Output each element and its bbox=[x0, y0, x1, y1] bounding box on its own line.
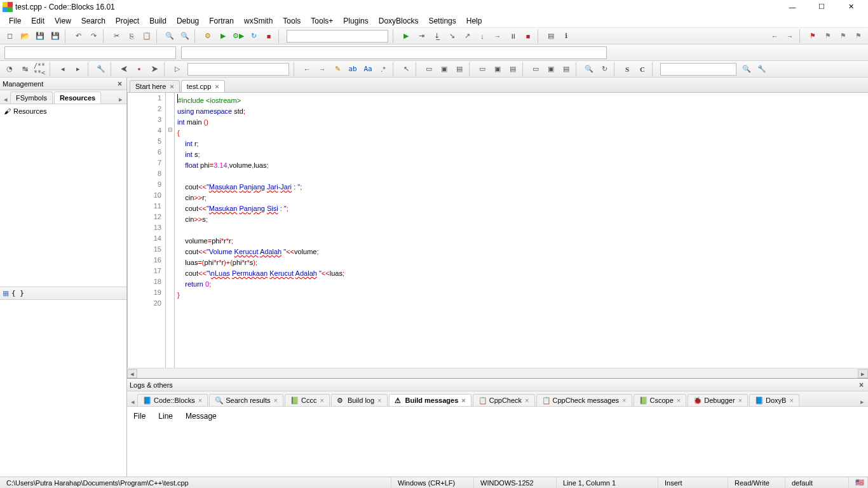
highlight-icon[interactable] bbox=[330, 62, 344, 76]
logs-tab-scroll-right-icon[interactable]: ▸ bbox=[858, 398, 867, 406]
tab-close-icon[interactable]: × bbox=[215, 83, 219, 90]
jump-fwd-icon[interactable]: ⮞ bbox=[147, 62, 161, 76]
run-to-cursor-icon[interactable]: ⇥ bbox=[414, 29, 428, 43]
clear-bookmarks-icon[interactable] bbox=[851, 29, 865, 43]
menu-edit[interactable]: Edit bbox=[26, 15, 50, 27]
log-tab-debugger[interactable]: 🐞Debugger× bbox=[688, 394, 748, 406]
menu-tools[interactable]: Tools+ bbox=[306, 15, 338, 27]
management-close-icon[interactable]: × bbox=[116, 79, 124, 88]
redo-icon[interactable] bbox=[86, 29, 100, 43]
menu-fortran[interactable]: Fortran bbox=[204, 15, 239, 27]
next-instr-icon[interactable]: ↓ bbox=[475, 29, 489, 43]
log-tab-cppcheckmessages[interactable]: 📋CppCheck messages× bbox=[536, 394, 632, 406]
search-dropdown[interactable] bbox=[660, 63, 736, 76]
bookmark-flag-icon[interactable] bbox=[806, 29, 820, 43]
close-button[interactable]: ✕ bbox=[836, 0, 865, 14]
log-tab-close-icon[interactable]: × bbox=[377, 396, 381, 404]
code-editor[interactable]: 1234567891011121314151617181920 ⊟ #inclu… bbox=[127, 93, 868, 368]
rect5-icon[interactable]: ▣ bbox=[491, 62, 505, 76]
menu-doxyblocks[interactable]: DoxyBlocks bbox=[374, 15, 424, 27]
run-icon[interactable] bbox=[216, 29, 230, 43]
jump-marker-icon[interactable] bbox=[132, 62, 146, 76]
scope-dropdown[interactable] bbox=[4, 46, 176, 59]
undo-icon[interactable] bbox=[71, 29, 85, 43]
next-line-icon[interactable]: ↓̲ bbox=[430, 29, 444, 43]
nav-fwd-icon[interactable] bbox=[783, 29, 797, 43]
step-out-icon[interactable]: ↗ bbox=[460, 29, 474, 43]
doc-back-icon[interactable]: ◂ bbox=[56, 62, 70, 76]
c-icon[interactable]: C bbox=[635, 62, 649, 76]
log-tab-close-icon[interactable]: × bbox=[198, 396, 202, 404]
zoom-icon[interactable] bbox=[582, 62, 596, 76]
rect1-icon[interactable] bbox=[422, 62, 436, 76]
step-into-icon[interactable]: ↘ bbox=[445, 29, 459, 43]
rect8-icon[interactable]: ▣ bbox=[544, 62, 558, 76]
settings2-icon[interactable]: 🔧 bbox=[755, 62, 769, 76]
log-tab-searchresults[interactable]: 🔍Search results× bbox=[209, 394, 283, 406]
rect3-icon[interactable]: ▤ bbox=[452, 62, 466, 76]
resources-tree[interactable]: 🖌 Resources bbox=[0, 104, 126, 287]
log-tab-buildlog[interactable]: ⚙Build log× bbox=[331, 394, 388, 406]
status-lang-icon[interactable]: 🇺🇸 bbox=[849, 477, 868, 488]
menu-view[interactable]: View bbox=[50, 15, 76, 27]
menu-tools[interactable]: Tools bbox=[278, 15, 306, 27]
scroll-left-icon[interactable]: ◂ bbox=[127, 369, 137, 378]
editor-hscroll[interactable]: ◂ ▸ bbox=[127, 368, 868, 378]
editor-tab-starthere[interactable]: Start here× bbox=[130, 80, 180, 92]
comment-icon[interactable]: /** **< bbox=[33, 62, 47, 76]
rect9-icon[interactable]: ▤ bbox=[559, 62, 573, 76]
doc-fwd-icon[interactable]: ▸ bbox=[71, 62, 85, 76]
menu-settings[interactable]: Settings bbox=[423, 15, 461, 27]
rect2-icon[interactable]: ▣ bbox=[437, 62, 451, 76]
scroll-right-icon[interactable]: ▸ bbox=[858, 369, 868, 378]
drive-icon[interactable]: ◔ bbox=[3, 62, 17, 76]
function-dropdown[interactable] bbox=[181, 46, 607, 59]
prev-bookmark-icon[interactable] bbox=[821, 29, 835, 43]
fold-gutter[interactable]: ⊟ bbox=[166, 93, 175, 368]
copy-icon[interactable]: ⎘ bbox=[125, 29, 139, 43]
log-tab-close-icon[interactable]: × bbox=[320, 396, 323, 404]
log-tab-cccc[interactable]: 📗Cccc× bbox=[285, 394, 330, 406]
build-icon[interactable] bbox=[201, 29, 215, 43]
toggle-source-icon[interactable]: ↹ bbox=[18, 62, 32, 76]
refresh-icon[interactable]: ↻ bbox=[597, 62, 611, 76]
nav-back-icon[interactable] bbox=[768, 29, 782, 43]
scroll-track[interactable] bbox=[137, 369, 858, 378]
next-bookmark-icon[interactable] bbox=[836, 29, 850, 43]
menu-search[interactable]: Search bbox=[76, 15, 111, 27]
highlight-next-icon[interactable] bbox=[315, 62, 329, 76]
layers-icon[interactable]: ▦ bbox=[3, 289, 9, 297]
save-icon[interactable] bbox=[33, 29, 47, 43]
code-content[interactable]: #include <iostream>using namespace std;i… bbox=[175, 93, 868, 368]
log-tab-doxyb[interactable]: 📘DoxyB× bbox=[749, 394, 799, 406]
log-tab-codeblocks[interactable]: 📘Code::Blocks× bbox=[137, 394, 208, 406]
debug-continue-icon[interactable] bbox=[399, 29, 413, 43]
new-file-icon[interactable] bbox=[3, 29, 17, 43]
jump-back-icon[interactable]: ⮜ bbox=[117, 62, 131, 76]
mgmt-tab-scroll-right-icon[interactable]: ▸ bbox=[116, 95, 125, 104]
build-messages-table[interactable]: File Line Message bbox=[127, 407, 868, 477]
tab-fsymbols[interactable]: FSymbols bbox=[10, 92, 53, 104]
doxy-target-dropdown[interactable] bbox=[187, 63, 289, 76]
pointer-icon[interactable]: ↖ bbox=[399, 62, 413, 76]
regex-icon[interactable]: .* bbox=[376, 62, 390, 76]
run-doxy-icon[interactable]: ▷ bbox=[170, 62, 184, 76]
col-message[interactable]: Message bbox=[186, 410, 228, 422]
cut-icon[interactable] bbox=[109, 29, 123, 43]
text-match-icon[interactable]: ab bbox=[346, 62, 360, 76]
build-target-dropdown[interactable] bbox=[287, 30, 388, 43]
logs-tab-scroll-left-icon[interactable]: ◂ bbox=[128, 398, 137, 406]
build-run-icon[interactable]: ⚙▶ bbox=[231, 29, 245, 43]
abort-icon[interactable] bbox=[262, 29, 276, 43]
s-icon[interactable]: S bbox=[620, 62, 634, 76]
highlight-prev-icon[interactable] bbox=[300, 62, 314, 76]
step-instr-icon[interactable]: → bbox=[491, 29, 505, 43]
log-tab-cppcheck[interactable]: 📋CppCheck× bbox=[473, 394, 535, 406]
rect4-icon[interactable] bbox=[475, 62, 489, 76]
menu-debug[interactable]: Debug bbox=[172, 15, 204, 27]
find-icon[interactable] bbox=[163, 29, 177, 43]
open-file-icon[interactable] bbox=[18, 29, 32, 43]
tab-close-icon[interactable]: × bbox=[170, 83, 173, 90]
log-tab-close-icon[interactable]: × bbox=[789, 396, 793, 404]
log-tab-close-icon[interactable]: × bbox=[274, 396, 278, 404]
